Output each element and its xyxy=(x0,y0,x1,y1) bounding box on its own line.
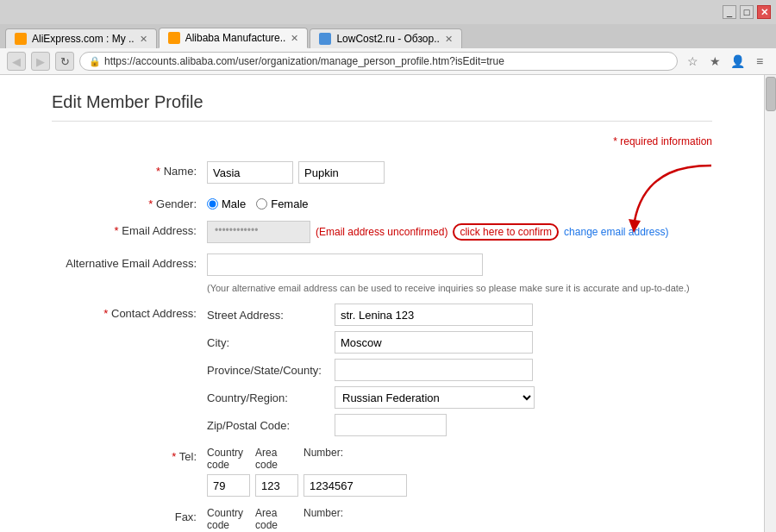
city-row: City: xyxy=(207,331,533,354)
tab-label-alibaba: Alibaba Manufacture.. xyxy=(185,32,286,44)
zip-label: Zip/Postal Code: xyxy=(207,419,328,432)
gender-field: Male Female xyxy=(207,194,712,210)
first-name-input[interactable] xyxy=(207,161,293,184)
last-name-input[interactable] xyxy=(298,161,385,184)
minimize-button[interactable]: _ xyxy=(723,5,736,19)
scrollbar-thumb[interactable] xyxy=(766,77,776,111)
tel-label: * Tel: xyxy=(52,447,207,463)
address-bar[interactable]: 🔒 https://accounts.alibaba.com/user/orga… xyxy=(79,52,678,71)
alt-email-field: (Your alternative email address can be u… xyxy=(207,253,712,293)
bookmark-icon[interactable]: ☆ xyxy=(683,52,702,71)
contact-address-label: * Contact Address: xyxy=(52,304,207,320)
fax-field: Country code Area code Number: xyxy=(207,507,712,532)
province-row: Province/State/County: xyxy=(207,359,533,381)
fax-row: Fax: Country code Area code Number: xyxy=(52,507,712,532)
email-label: * Email Address: xyxy=(52,221,207,237)
email-unconfirmed-text: (Email address unconfirmed) xyxy=(316,226,447,238)
country-label: Country/Region: xyxy=(207,391,328,404)
tab-lowcost[interactable]: LowCost2.ru - Обзор.. ✕ xyxy=(310,28,461,48)
required-note-text: required information xyxy=(620,135,712,147)
gender-row: * Gender: Male Female xyxy=(52,194,712,210)
email-row: * Email Address: •••••••••••• (Email add… xyxy=(52,221,712,243)
url-text: https://accounts.alibaba.com/user/organi… xyxy=(104,55,504,67)
street-input[interactable] xyxy=(335,304,533,326)
browser-window: _ □ ✕ AliExpress.com : My .. ✕ Alibaba M… xyxy=(0,0,776,532)
forward-button[interactable]: ▶ xyxy=(31,52,50,71)
email-confirm-link[interactable]: click here to confirm xyxy=(453,223,559,241)
contact-address-field: Street Address: City: Province/State/Cou… xyxy=(207,304,712,436)
gender-label: * Gender: xyxy=(52,194,207,210)
user-icon[interactable]: 👤 xyxy=(728,52,747,71)
name-label: * Name: xyxy=(52,161,207,178)
page-title: Edit Member Profile xyxy=(52,92,712,112)
page-content: Edit Member Profile * required informati… xyxy=(0,75,776,532)
nav-icons: ☆ ★ 👤 ≡ xyxy=(683,52,769,71)
contact-address-row: * Contact Address: Street Address: City:… xyxy=(52,304,712,436)
menu-icon[interactable]: ≡ xyxy=(750,52,769,71)
name-field xyxy=(207,161,712,184)
tab-favicon-lowcost xyxy=(319,33,331,45)
alt-email-label: Alternative Email Address: xyxy=(52,253,207,270)
gender-male-radio[interactable] xyxy=(207,198,218,210)
back-button[interactable]: ◀ xyxy=(7,52,26,71)
street-row: Street Address: xyxy=(207,304,533,326)
province-input[interactable] xyxy=(335,359,533,381)
divider xyxy=(52,121,712,122)
tel-inputs xyxy=(207,474,407,497)
tel-country-input[interactable] xyxy=(207,474,250,497)
city-label: City: xyxy=(207,336,328,349)
country-select[interactable]: Russian Federation United States China xyxy=(335,386,535,409)
fax-cc-header: Country code xyxy=(207,507,250,531)
fax-ac-header: Area code xyxy=(255,507,298,531)
tel-row: * Tel: Country code Area code Number: xyxy=(52,447,712,497)
tel-num-header: Number: xyxy=(304,447,343,471)
fax-headers: Country code Area code Number: xyxy=(207,507,343,531)
maximize-button[interactable]: □ xyxy=(740,5,754,19)
tab-label-lowcost: LowCost2.ru - Обзор.. xyxy=(336,33,439,45)
star-icon[interactable]: ★ xyxy=(705,52,724,71)
window-controls: _ □ ✕ xyxy=(723,5,771,19)
nav-bar: ◀ ▶ ↻ 🔒 https://accounts.alibaba.com/use… xyxy=(0,48,776,75)
gender-female-radio[interactable] xyxy=(256,198,267,210)
zip-row: Zip/Postal Code: xyxy=(207,414,447,436)
tel-number-input[interactable] xyxy=(304,474,407,497)
required-star: * xyxy=(613,135,617,147)
tab-aliexpress[interactable]: AliExpress.com : My .. ✕ xyxy=(5,28,157,48)
tel-ac-header: Area code xyxy=(255,447,298,471)
lock-icon: 🔒 xyxy=(89,56,101,67)
gender-female-label[interactable]: Female xyxy=(256,197,308,210)
zip-input[interactable] xyxy=(335,414,447,436)
tab-close-lowcost[interactable]: ✕ xyxy=(445,34,453,45)
tab-label-aliexpress: AliExpress.com : My .. xyxy=(32,33,135,45)
email-field: •••••••••••• (Email address unconfirmed)… xyxy=(207,221,712,243)
province-label: Province/State/County: xyxy=(207,364,328,377)
tabs-bar: AliExpress.com : My .. ✕ Alibaba Manufac… xyxy=(0,24,776,48)
close-button[interactable]: ✕ xyxy=(757,5,771,19)
tab-close-alibaba[interactable]: ✕ xyxy=(291,33,298,44)
fax-num-header: Number: xyxy=(304,507,343,531)
street-label: Street Address: xyxy=(207,309,328,322)
alt-email-hint: (Your alternative email address can be u… xyxy=(207,283,712,293)
tel-cc-header: Country code xyxy=(207,447,250,471)
city-input[interactable] xyxy=(335,331,533,354)
country-row: Country/Region: Russian Federation Unite… xyxy=(207,386,535,409)
name-row: * Name: xyxy=(52,161,712,184)
alt-email-input[interactable] xyxy=(207,253,483,276)
tab-alibaba[interactable]: Alibaba Manufacture.. ✕ xyxy=(159,28,309,48)
tel-field: Country code Area code Number: xyxy=(207,447,712,497)
alt-email-row: Alternative Email Address: (Your alterna… xyxy=(52,253,712,293)
tel-headers: Country code Area code Number: xyxy=(207,447,343,471)
gender-male-label[interactable]: Male xyxy=(207,197,246,210)
refresh-button[interactable]: ↻ xyxy=(55,52,74,71)
title-bar: _ □ ✕ xyxy=(0,0,776,24)
tab-favicon-alibaba xyxy=(168,32,180,44)
required-note: * required information xyxy=(52,135,712,147)
fax-label: Fax: xyxy=(52,507,207,523)
scrollbar[interactable] xyxy=(764,75,776,532)
tab-close-aliexpress[interactable]: ✕ xyxy=(140,34,147,45)
tab-favicon-aliexpress xyxy=(15,33,27,45)
email-change-link[interactable]: change email address) xyxy=(564,226,668,238)
email-masked: •••••••••••• xyxy=(207,221,310,243)
form-container: Edit Member Profile * required informati… xyxy=(0,75,764,532)
tel-area-input[interactable] xyxy=(255,474,298,497)
